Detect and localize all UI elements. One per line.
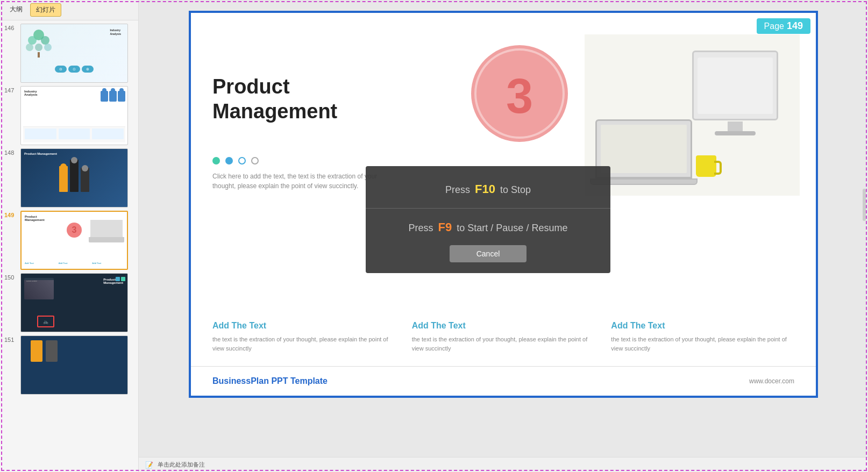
columns-area: Add The Text the text is the extraction …	[212, 321, 794, 353]
page-label: Page	[764, 22, 784, 31]
col-1-text: the text is the extraction of your thoug…	[212, 335, 396, 353]
slide-frame-outer: Page 149 3 Product Management	[189, 11, 818, 398]
sidebar-tab-bar: 大纲 幻灯片	[0, 0, 138, 20]
slide-thumb-148[interactable]: Product Management	[20, 148, 128, 208]
footer-brand: BusinessPlan PPT Template	[212, 376, 328, 386]
scrollbar-indicator[interactable]	[863, 189, 866, 221]
slide-number-149: 149	[4, 211, 17, 218]
slide-footer: BusinessPlan PPT Template www.docer.com	[191, 366, 816, 396]
svg-point-2	[41, 36, 49, 45]
slides-list: 146 IndustryAnalysis ⊖	[0, 20, 138, 472]
col-2-text: the text is the extraction of your thoug…	[412, 335, 595, 353]
footer-url: www.docer.com	[749, 377, 794, 385]
imac-base	[715, 131, 756, 135]
column-3: Add The Text the text is the extraction …	[611, 321, 794, 353]
svg-point-3	[26, 44, 33, 51]
modal-divider	[366, 208, 610, 209]
col-3-heading: Add The Text	[611, 321, 794, 331]
modal-f10-key: F10	[475, 182, 495, 196]
slide-item-150[interactable]: 150 ProductManagement screen content 🚲	[4, 273, 134, 332]
slide-description: Click here to add the text, the text is …	[212, 171, 390, 191]
svg-point-1	[28, 36, 37, 45]
slide-item-146[interactable]: 146 IndustryAnalysis ⊖	[4, 24, 134, 83]
modal-line1-prefix: Press	[445, 184, 470, 195]
slide-thumb-146[interactable]: IndustryAnalysis ⊖ ⊙ ⊕	[20, 24, 128, 83]
modal-f9-key: F9	[438, 220, 452, 234]
slide-thumb-147[interactable]: IndustryAnalysis	[20, 86, 128, 145]
circle-outer-ring: 3	[471, 45, 568, 142]
dot-1	[212, 157, 220, 165]
slide-frame: Page 149 3 Product Management	[189, 11, 818, 398]
slide-number-display: 3	[506, 72, 533, 120]
slide-item-149[interactable]: 149 ProductManagement Add Text Add Text …	[4, 211, 134, 270]
column-1: Add The Text the text is the extraction …	[212, 321, 396, 353]
sidebar: 大纲 幻灯片 146 IndustryAnalysis	[0, 0, 139, 472]
slide-thumb-150[interactable]: ProductManagement screen content 🚲	[20, 273, 128, 332]
main-area: Page 149 3 Product Management	[139, 0, 868, 472]
page-number: 149	[787, 20, 803, 31]
status-text: 单击此处添加备注	[158, 461, 205, 469]
modal-line1-suffix: to Stop	[500, 184, 531, 195]
col-3-text: the text is the extraction of your thoug…	[611, 335, 794, 353]
dot-3	[238, 157, 246, 165]
slide-number-148: 148	[4, 148, 17, 156]
column-2: Add The Text the text is the extraction …	[412, 321, 595, 353]
modal-line2-prefix: Press	[409, 223, 433, 233]
yellow-mug-icon	[696, 155, 716, 177]
title-line2: Management	[212, 100, 337, 123]
slide-item-147[interactable]: 147 IndustryAnalysis	[4, 86, 134, 145]
slide-number-147: 147	[4, 86, 17, 94]
svg-point-4	[35, 44, 42, 51]
dot-4	[251, 157, 259, 165]
svg-rect-6	[38, 52, 40, 58]
slide-item-148[interactable]: 148 Product Management	[4, 148, 134, 208]
modal-dialog: Press F10 to Stop Press F9 to Start / Pa…	[366, 166, 610, 273]
imac-body	[692, 51, 778, 120]
laptop-screen-content	[601, 125, 687, 173]
status-icon: 📝	[145, 461, 153, 469]
modal-line-2: Press F9 to Start / Pause / Resume	[376, 220, 600, 234]
number-circle: 3	[471, 45, 568, 142]
slide-number-151: 151	[4, 335, 17, 343]
svg-point-5	[44, 44, 52, 51]
modal-line-1: Press F10 to Stop	[376, 182, 600, 196]
cancel-button[interactable]: Cancel	[450, 245, 527, 262]
tab-slides[interactable]: 幻灯片	[30, 3, 61, 17]
modal-line2-suffix: to Start / Pause / Resume	[457, 223, 567, 233]
slide-item-151[interactable]: 151	[4, 335, 134, 395]
tab-outline[interactable]: 大纲	[4, 3, 28, 17]
status-bar: 📝 单击此处添加备注	[139, 457, 868, 472]
imac-stand	[728, 121, 743, 132]
device-image-area	[585, 34, 800, 196]
slide-thumb-149[interactable]: ProductManagement Add Text Add Text Add …	[20, 211, 128, 270]
progress-dots	[212, 157, 259, 165]
slide-number-146: 146	[4, 24, 17, 31]
slide-title: Product Management	[212, 75, 337, 124]
page-badge: Page 149	[757, 18, 810, 34]
col-1-heading: Add The Text	[212, 321, 396, 331]
slide-thumb-151[interactable]	[20, 335, 128, 395]
slide-number-150: 150	[4, 273, 17, 281]
col-2-heading: Add The Text	[412, 321, 595, 331]
title-line1: Product	[212, 75, 290, 98]
dot-2	[225, 157, 233, 165]
imac-screen	[698, 58, 773, 114]
